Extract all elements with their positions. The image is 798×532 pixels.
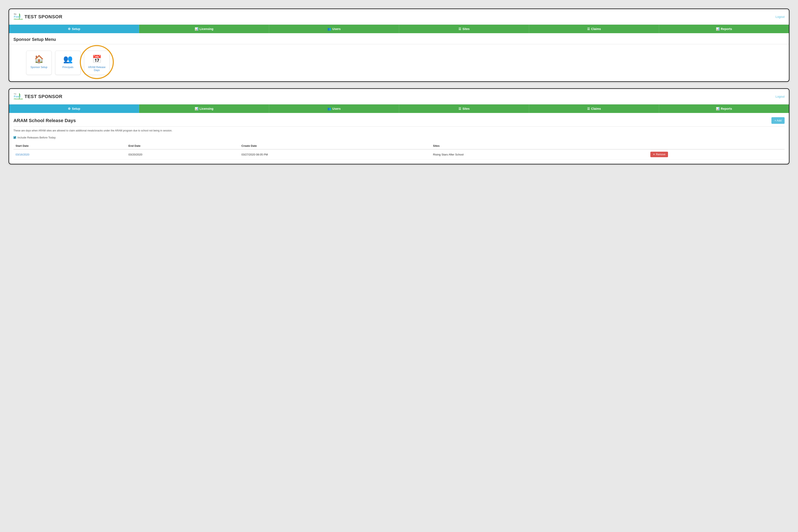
panel-2: My Food PROGRAM Test Sponsor Logout ⚙ Se… [8, 88, 790, 165]
include-releases-label: Include Releases Before Today [17, 136, 56, 139]
logo-area-2: My Food PROGRAM Test Sponsor [14, 92, 62, 101]
checkbox-row: Include Releases Before Today [14, 136, 784, 139]
svg-text:Food: Food [14, 95, 21, 98]
end-date-cell: 03/20/2020 [126, 149, 239, 159]
page-title: ARAM School Release Days [14, 118, 76, 124]
site-title-1: Test Sponsor [24, 14, 62, 20]
nav-users-2[interactable]: 👥 Users [269, 104, 399, 113]
card-principals[interactable]: 👥 Principals [55, 51, 81, 75]
aram-icon: 📅 [92, 55, 102, 63]
panel2-content: ARAM School Release Days + Add These are… [9, 113, 789, 164]
create-date-cell: 03/27/2020 08:05 PM [239, 149, 431, 159]
section-title: Sponsor Setup Menu [9, 33, 789, 44]
licensing-icon-1: 📊 [195, 27, 198, 31]
setup-icon-2: ⚙ [68, 107, 71, 110]
nav-sites-1[interactable]: ☰ Sites [399, 25, 529, 33]
claims-icon-2: ☰ [587, 107, 590, 110]
logo-icon: My Food PROGRAM [14, 12, 23, 21]
svg-text:PROGRAM: PROGRAM [14, 18, 23, 20]
logout-link-2[interactable]: Logout [776, 95, 784, 98]
remove-button[interactable]: ✕ Remove [650, 152, 668, 157]
navbar-1: ⚙ Setup 📊 Licensing 👥 Users ☰ Sites ☰ Cl… [9, 25, 789, 33]
svg-text:My: My [14, 93, 16, 95]
sites-icon-1: ☰ [458, 27, 461, 31]
col-action [648, 142, 784, 149]
content-header: ARAM School Release Days + Add [14, 117, 784, 127]
header-2: My Food PROGRAM Test Sponsor Logout [9, 89, 789, 104]
action-cell: ✕ Remove [648, 149, 784, 159]
table-row: 03/16/2020 03/20/2020 03/27/2020 08:05 P… [14, 149, 784, 159]
col-start-date: Start Date [14, 142, 126, 149]
reports-icon-2: 📊 [716, 107, 720, 110]
site-title-2: Test Sponsor [24, 94, 62, 99]
setup-icon-1: ⚙ [68, 27, 71, 31]
nav-setup-2[interactable]: ⚙ Setup [9, 104, 139, 113]
sponsor-setup-label: Sponsor Setup [31, 66, 47, 69]
svg-text:PROGRAM: PROGRAM [14, 98, 23, 100]
navbar-2: ⚙ Setup 📊 Licensing 👥 Users ☰ Sites ☰ Cl… [9, 104, 789, 113]
description-text: These are days when ARAM sites are allow… [14, 129, 784, 133]
users-icon-1: 👥 [327, 27, 331, 31]
header-1: My Food PROGRAM Test Sponsor Logout [9, 9, 789, 25]
reports-icon-1: 📊 [716, 27, 720, 31]
card-aram-release-days[interactable]: 📅 ARAM Release Days [84, 51, 110, 75]
start-date-cell[interactable]: 03/16/2020 [14, 149, 126, 159]
col-sites: Sites [431, 142, 648, 149]
svg-text:Food: Food [14, 15, 21, 18]
logo-area: My Food PROGRAM Test Sponsor [14, 12, 62, 21]
aram-card-wrapper: 📅 ARAM Release Days [84, 51, 110, 75]
claims-icon-1: ☰ [587, 27, 590, 31]
sites-cell: Rising Stars After School [431, 149, 648, 159]
menu-cards: 🏠 Sponsor Setup 👥 Principals 📅 ARAM Rele… [9, 49, 789, 81]
logo-icon-2: My Food PROGRAM [14, 92, 23, 101]
licensing-icon-2: 📊 [195, 107, 198, 110]
sites-icon-2: ☰ [458, 107, 461, 110]
panel-1: My Food PROGRAM Test Sponsor Logout ⚙ Se… [8, 8, 790, 82]
nav-licensing-2[interactable]: 📊 Licensing [139, 104, 269, 113]
card-sponsor-setup[interactable]: 🏠 Sponsor Setup [26, 51, 52, 75]
nav-setup-1[interactable]: ⚙ Setup [9, 25, 139, 33]
col-create-date: Create Date [239, 142, 431, 149]
nav-claims-1[interactable]: ☰ Claims [529, 25, 659, 33]
users-icon-2: 👥 [327, 107, 331, 110]
nav-users-1[interactable]: 👥 Users [269, 25, 399, 33]
nav-reports-1[interactable]: 📊 Reports [659, 25, 789, 33]
nav-sites-2[interactable]: ☰ Sites [399, 104, 529, 113]
principals-icon: 👥 [63, 55, 73, 63]
include-releases-checkbox[interactable] [14, 136, 16, 139]
aram-label: ARAM Release Days [87, 66, 107, 72]
panel1-content: Sponsor Setup Menu 🏠 Sponsor Setup 👥 Pri… [9, 33, 789, 81]
svg-text:My: My [14, 13, 17, 15]
nav-licensing-1[interactable]: 📊 Licensing [139, 25, 269, 33]
principals-label: Principals [62, 66, 73, 69]
release-days-table: Start Date End Date Create Date Sites 03… [14, 142, 784, 159]
nav-claims-2[interactable]: ☰ Claims [529, 104, 659, 113]
logout-link-1[interactable]: Logout [776, 15, 784, 19]
table-header-row: Start Date End Date Create Date Sites [14, 142, 784, 149]
remove-icon: ✕ [653, 153, 655, 156]
sponsor-setup-icon: 🏠 [34, 55, 44, 63]
nav-reports-2[interactable]: 📊 Reports [659, 104, 789, 113]
col-end-date: End Date [126, 142, 239, 149]
remove-label: Remove [656, 153, 665, 156]
add-button[interactable]: + Add [772, 117, 784, 124]
